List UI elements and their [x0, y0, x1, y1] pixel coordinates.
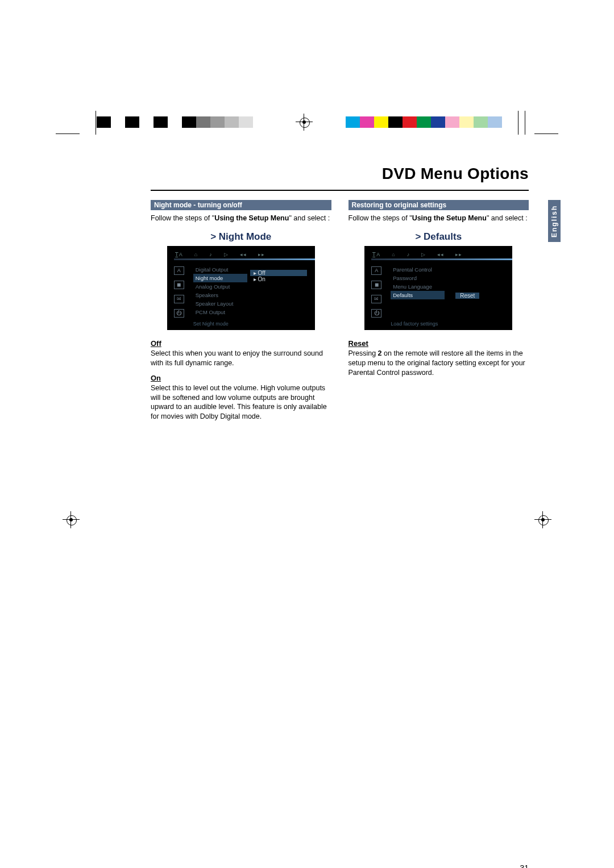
osd-menu-item: Night mode: [193, 274, 247, 282]
osd-side-icon: ◼: [371, 281, 381, 289]
option-on-text: Select this to level out the volume. Hig…: [151, 383, 331, 422]
registration-colorbar-left: [97, 116, 267, 128]
registration-mark-icon: [534, 511, 551, 528]
osd-menu-item: Digital Output: [193, 265, 247, 274]
option-off-label: Off: [151, 339, 331, 348]
osd-side-icon: ⏻: [371, 309, 381, 318]
section-bar-defaults: Restoring to original settings: [349, 200, 529, 210]
osd-side-icon: ⏻: [174, 309, 184, 318]
registration-colorbar-right: [346, 116, 516, 128]
osd-option-reset: Reset: [455, 293, 479, 299]
osd-side-icon: ✉: [371, 295, 381, 303]
option-on-label: On: [151, 374, 331, 382]
osd-menu-item: PCM Output: [193, 308, 247, 316]
osd-menu-item: Menu Language: [391, 282, 445, 291]
osd-menu-item: Defaults: [391, 291, 445, 299]
osd-option: ▸ On: [250, 276, 307, 282]
intro-text: Follow the steps of "Using the Setup Men…: [151, 214, 331, 223]
language-tab: English: [548, 200, 561, 242]
option-reset-text: Pressing 2 on the remote will restore al…: [349, 349, 529, 378]
osd-hint: Load factory settings: [391, 321, 438, 327]
page-number: 31: [520, 863, 529, 868]
option-off-text: Select this when you want to enjoy the s…: [151, 349, 331, 368]
intro-text: Follow the steps of "Using the Setup Men…: [349, 214, 529, 223]
osd-option: ▸ Off: [250, 270, 307, 276]
page-title: DVD Menu Options: [382, 165, 529, 183]
osd-screenshot-defaults: T̲A⌂♪▷◂◂▸▸ A ◼ ✉ ⏻ Parental ControlPassw…: [364, 246, 512, 330]
osd-side-icon: A: [371, 266, 381, 275]
column-night-mode: Night mode - turning on/off Follow the s…: [151, 200, 331, 427]
osd-heading-night-mode: > Night Mode: [151, 231, 331, 243]
osd-screenshot-night-mode: T̲A⌂♪▷◂◂▸▸ A ◼ ✉ ⏻ Digital OutputNight m…: [167, 246, 315, 330]
osd-menu-item: Analog Output: [193, 282, 247, 291]
title-rule: [151, 190, 529, 191]
osd-hint: Set Night mode: [193, 321, 229, 327]
osd-menu-item: Parental Control: [391, 265, 445, 274]
osd-menu-item: Speaker Layout: [193, 299, 247, 308]
osd-menu-item: Password: [391, 274, 445, 282]
registration-mark-icon: [63, 511, 80, 528]
option-reset-label: Reset: [349, 339, 529, 348]
osd-heading-defaults: > Defaults: [349, 231, 529, 243]
osd-side-icon: A: [174, 266, 184, 275]
column-defaults: Restoring to original settings Follow th…: [349, 200, 529, 427]
osd-side-icon: ✉: [174, 295, 184, 303]
section-bar-night-mode: Night mode - turning on/off: [151, 200, 331, 210]
osd-side-icon: ◼: [174, 281, 184, 289]
osd-menu-item: Speakers: [193, 291, 247, 299]
registration-mark-icon: [296, 114, 313, 131]
